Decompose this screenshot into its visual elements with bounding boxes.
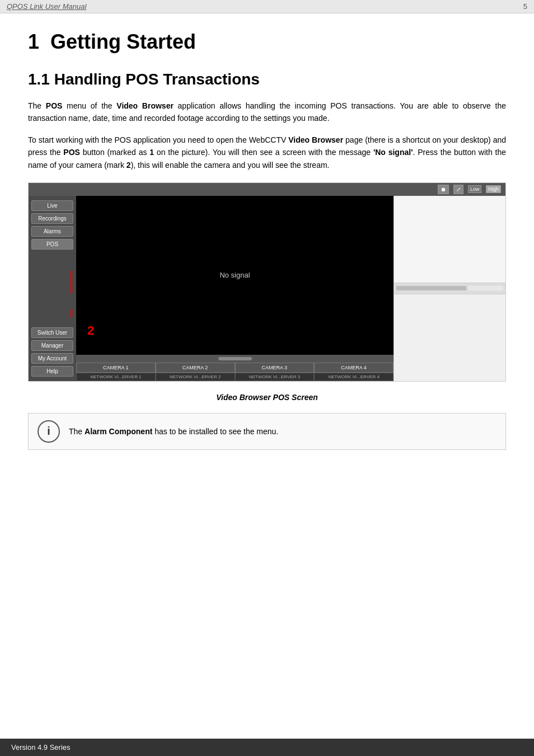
sidebar-pos-btn[interactable]: POS	[31, 239, 73, 250]
section-number: 1.1	[28, 71, 50, 88]
header-title: QPOS Link User Manual	[7, 2, 86, 11]
chapter-title: 1 Getting Started	[28, 30, 506, 54]
vb-timeline	[76, 355, 394, 363]
screenshot-container: ⏺ ⤢ Low High Live Recordings Alarms POS	[28, 182, 506, 382]
camera-tab-4[interactable]: CAMERA 4	[314, 363, 394, 373]
record-icon[interactable]: ⏺	[438, 185, 449, 194]
section-title-text: Handling POS Transactions	[54, 71, 260, 88]
sidebar-help-btn[interactable]: Help	[31, 366, 73, 377]
fullscreen-icon[interactable]: ⤢	[453, 185, 463, 194]
sidebar-live-btn[interactable]: Live	[31, 200, 73, 211]
camera-tab-2[interactable]: CAMERA 2	[156, 363, 235, 373]
caption-text: Video Browser POS Screen	[216, 393, 318, 402]
header-page-number: 5	[523, 2, 527, 11]
paragraph-1: The POS menu of the Video Browser applic…	[28, 100, 506, 125]
sidebar-marker-2	[71, 309, 72, 317]
sidebar-manager-btn[interactable]: Manager	[31, 340, 73, 351]
network-tab-3[interactable]: NETWORK VI...ERVER 3	[235, 373, 315, 381]
section-title: 1.1 Handling POS Transactions	[28, 71, 506, 88]
sidebar-marker-1	[71, 271, 72, 293]
network-tab-4[interactable]: NETWORK VI...ERVER 4	[314, 373, 394, 381]
vb-right-middle	[394, 283, 505, 294]
vb-camera-tabs: CAMERA 1 CAMERA 2 CAMERA 3 CAMERA 4	[76, 363, 394, 373]
sidebar-my-account-btn[interactable]: My Account	[31, 353, 73, 364]
vb-top-bar: ⏺ ⤢ Low High	[29, 183, 505, 196]
vb-body: Live Recordings Alarms POS Switch User M…	[29, 196, 505, 381]
network-tab-2[interactable]: NETWORK VI...ERVER 2	[156, 373, 235, 381]
sidebar-alarms-btn[interactable]: Alarms	[31, 226, 73, 237]
sidebar-spacer-1	[31, 252, 73, 269]
info-box-text: The Alarm Component has to be installed …	[69, 427, 278, 436]
info-box: i The Alarm Component has to be installe…	[28, 413, 506, 450]
camera-tab-3[interactable]: CAMERA 3	[235, 363, 315, 373]
info-icon: i	[38, 420, 60, 443]
vb-sidebar: Live Recordings Alarms POS Switch User M…	[29, 196, 76, 381]
no-signal-text: No signal	[219, 271, 250, 279]
quality-low-btn[interactable]: Low	[468, 185, 482, 193]
vb-video-area: No signal 2	[76, 196, 394, 355]
camera-number-label: 2	[87, 323, 94, 338]
network-tab-1[interactable]: NETWORK VI...ERVER 1	[76, 373, 156, 381]
header-bar: QPOS Link User Manual 5	[0, 0, 534, 13]
vb-right-top	[394, 196, 505, 283]
vb-timeline-bar[interactable]	[218, 357, 252, 360]
vb-main: No signal 2 CAMERA 1 CAMERA 2 CAMERA 3 C…	[76, 196, 394, 381]
sidebar-recordings-btn[interactable]: Recordings	[31, 213, 73, 224]
footer-bar: Version 4.9 Series	[0, 739, 534, 756]
right-bar-1	[396, 286, 466, 290]
screenshot-caption: Video Browser POS Screen	[28, 393, 506, 402]
info-icon-symbol: i	[47, 425, 50, 438]
main-content: 1 Getting Started 1.1 Handling POS Trans…	[0, 13, 534, 472]
video-browser: ⏺ ⤢ Low High Live Recordings Alarms POS	[29, 183, 505, 381]
sidebar-switch-user-btn[interactable]: Switch User	[31, 327, 73, 338]
sidebar-spacer-2	[31, 295, 73, 307]
paragraph-2: To start working with the POS applicatio…	[28, 134, 506, 171]
chapter-number: 1	[28, 30, 39, 53]
vb-right-panel	[394, 196, 505, 381]
quality-high-btn[interactable]: High	[486, 185, 501, 193]
camera-tab-1[interactable]: CAMERA 1	[76, 363, 156, 373]
sidebar-spacer-3	[31, 320, 73, 325]
footer-text: Version 4.9 Series	[11, 743, 71, 752]
chapter-title-text: Getting Started	[50, 30, 196, 53]
vb-network-tabs: NETWORK VI...ERVER 1 NETWORK VI...ERVER …	[76, 373, 394, 381]
vb-right-bottom	[394, 294, 505, 381]
right-bar-2	[469, 286, 503, 290]
